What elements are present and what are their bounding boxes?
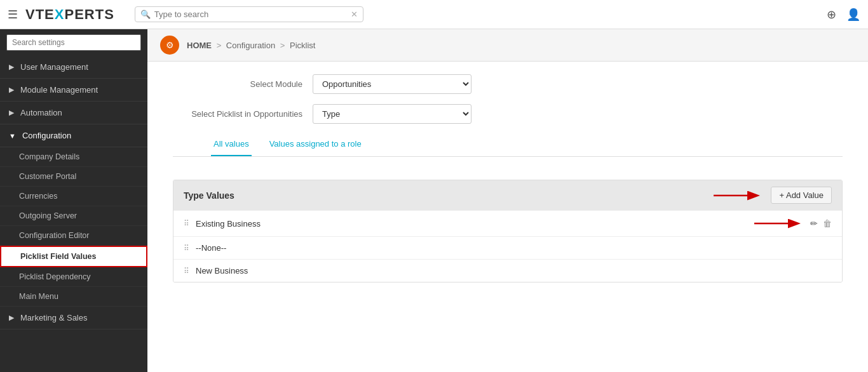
currencies-label: Currencies bbox=[19, 192, 57, 201]
chevron-right-icon: ▶ bbox=[9, 109, 14, 117]
tab-values-assigned-label: Values assigned to a role bbox=[269, 139, 362, 149]
table-header-right: + Add Value bbox=[714, 187, 832, 204]
module-select-label: Select Module bbox=[173, 79, 313, 89]
sidebar-label-user-management: User Management bbox=[20, 62, 88, 72]
table-row: ⠿ Existing Business ✏ bbox=[173, 210, 842, 236]
drag-handle-icon[interactable]: ⠿ bbox=[184, 219, 189, 228]
sidebar-item-picklist-field-values[interactable]: Picklist Field Values bbox=[0, 246, 147, 267]
logo-perts: PERTS bbox=[64, 6, 114, 22]
picklist-field-values-label: Picklist Field Values bbox=[20, 252, 97, 261]
sidebar-item-automation[interactable]: ▶ Automation bbox=[0, 102, 147, 124]
arrow-to-row-actions bbox=[754, 217, 805, 230]
tab-all-values-label: All values bbox=[214, 139, 249, 149]
row-actions: ✏ 🗑 bbox=[810, 218, 832, 229]
customer-portal-label: Customer Portal bbox=[19, 172, 76, 181]
breadcrumb-sep1: > bbox=[217, 41, 222, 50]
drag-handle-icon[interactable]: ⠿ bbox=[184, 267, 189, 276]
picklist-select-row: Select Picklist in Opportunities Type bbox=[173, 104, 843, 124]
sidebar-item-main-menu[interactable]: Main Menu bbox=[0, 287, 147, 307]
top-nav-right: ⊕ 👤 bbox=[827, 8, 860, 22]
edit-icon[interactable]: ✏ bbox=[810, 218, 818, 229]
top-nav: ☰ VTEXPERTS 🔍 ✕ ⊕ 👤 bbox=[0, 0, 868, 29]
logo: VTEXPERTS bbox=[25, 6, 114, 23]
add-value-button[interactable]: + Add Value bbox=[771, 187, 832, 204]
drag-handle-icon[interactable]: ⠿ bbox=[184, 244, 189, 253]
picklist-select-dropdown[interactable]: Type bbox=[313, 104, 471, 124]
sub-header: ⚙ HOME > Configuration > Picklist bbox=[147, 29, 868, 62]
sidebar-label-configuration: Configuration bbox=[22, 131, 71, 140]
content-area: Select Module Opportunities Select Pickl… bbox=[147, 62, 868, 169]
row-label-none: --None-- bbox=[196, 243, 832, 253]
right-panel: ⚙ HOME > Configuration > Picklist Select… bbox=[147, 29, 868, 372]
company-details-label: Company Details bbox=[19, 152, 79, 161]
picklist-dependency-label: Picklist Dependency bbox=[19, 272, 91, 281]
add-icon[interactable]: ⊕ bbox=[827, 8, 836, 22]
table-row: ⠿ --None-- bbox=[173, 236, 842, 259]
search-icon: 🔍 bbox=[140, 10, 151, 19]
sidebar-label-marketing-sales: Marketing & Sales bbox=[20, 313, 88, 322]
chevron-right-icon: ▶ bbox=[9, 86, 14, 94]
breadcrumb-sep2: > bbox=[280, 41, 285, 50]
tabs-container: All values Values assigned to a role bbox=[173, 134, 843, 157]
table-title: Type Values bbox=[184, 190, 234, 201]
sidebar-item-config-editor[interactable]: Configuration Editor bbox=[0, 226, 147, 246]
row-label-new-business: New Business bbox=[196, 266, 832, 276]
breadcrumb-current: Picklist bbox=[290, 41, 315, 50]
sidebar-item-configuration[interactable]: ▼ Configuration bbox=[0, 124, 147, 147]
logo-x: X bbox=[55, 6, 65, 22]
type-values-table: Type Values + Add Value bbox=[173, 180, 843, 282]
user-icon[interactable]: 👤 bbox=[846, 8, 860, 22]
chevron-down-icon: ▼ bbox=[9, 132, 16, 140]
clear-search-icon[interactable]: ✕ bbox=[351, 10, 358, 19]
sidebar-item-outgoing-server[interactable]: Outgoing Server bbox=[0, 206, 147, 226]
global-search-input[interactable] bbox=[154, 10, 351, 19]
sidebar-item-module-management[interactable]: ▶ Module Management bbox=[0, 79, 147, 102]
sidebar-label-automation: Automation bbox=[20, 108, 62, 117]
row-actions-container: ✏ 🗑 bbox=[754, 217, 832, 230]
config-editor-label: Configuration Editor bbox=[19, 231, 89, 240]
sidebar-item-picklist-dependency[interactable]: Picklist Dependency bbox=[0, 267, 147, 287]
table-header: Type Values + Add Value bbox=[173, 180, 842, 210]
global-search-bar: 🔍 ✕ bbox=[135, 6, 363, 22]
sidebar-search-input[interactable] bbox=[6, 34, 141, 51]
sidebar-item-company-details[interactable]: Company Details bbox=[0, 147, 147, 167]
main-layout: ▶ User Management ▶ Module Management ▶ … bbox=[0, 29, 868, 372]
outgoing-server-label: Outgoing Server bbox=[19, 211, 77, 220]
sidebar-label-module-management: Module Management bbox=[20, 85, 98, 95]
breadcrumb-home[interactable]: HOME bbox=[187, 41, 212, 50]
breadcrumb: HOME > Configuration > Picklist bbox=[187, 41, 315, 50]
tab-values-assigned-to-role[interactable]: Values assigned to a role bbox=[267, 134, 364, 156]
sidebar-search-container bbox=[0, 29, 147, 56]
row-label-existing-business: Existing Business bbox=[196, 219, 754, 229]
sidebar-item-customer-portal[interactable]: Customer Portal bbox=[0, 167, 147, 187]
sidebar-item-marketing-sales[interactable]: ▶ Marketing & Sales bbox=[0, 307, 147, 329]
sidebar: ▶ User Management ▶ Module Management ▶ … bbox=[0, 29, 147, 372]
tab-all-values[interactable]: All values bbox=[211, 134, 252, 156]
sidebar-item-currencies[interactable]: Currencies bbox=[0, 187, 147, 206]
logo-vt: VTE bbox=[25, 6, 55, 22]
hamburger-icon[interactable]: ☰ bbox=[8, 8, 18, 22]
main-content: Select Module Opportunities Select Pickl… bbox=[147, 62, 868, 372]
delete-icon[interactable]: 🗑 bbox=[823, 218, 832, 229]
sidebar-item-user-management[interactable]: ▶ User Management bbox=[0, 56, 147, 79]
gear-icon: ⚙ bbox=[160, 36, 179, 55]
module-select-dropdown[interactable]: Opportunities bbox=[313, 74, 471, 94]
module-select-row: Select Module Opportunities bbox=[173, 74, 843, 94]
picklist-select-label: Select Picklist in Opportunities bbox=[173, 109, 313, 119]
arrow-to-add-button bbox=[714, 189, 764, 202]
chevron-right-icon: ▶ bbox=[9, 314, 14, 322]
main-menu-label: Main Menu bbox=[19, 292, 58, 301]
table-row: ⠿ New Business bbox=[173, 259, 842, 282]
breadcrumb-configuration[interactable]: Configuration bbox=[226, 41, 275, 50]
chevron-right-icon: ▶ bbox=[9, 63, 14, 71]
